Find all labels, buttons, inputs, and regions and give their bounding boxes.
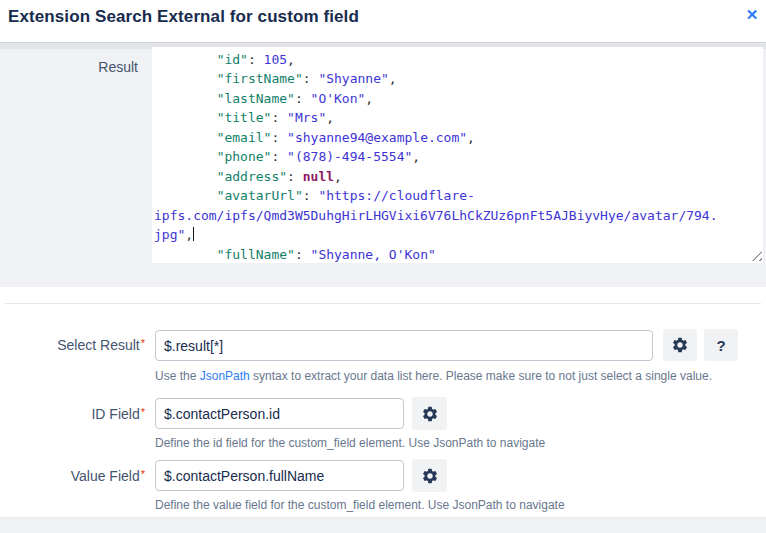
result-editor-section: Result "contactPerson": { "id": 105, "fi… bbox=[0, 49, 766, 287]
result-editor[interactable]: "contactPerson": { "id": 105, "firstName… bbox=[152, 47, 763, 263]
select-result-label: Select Result* bbox=[0, 337, 145, 353]
close-icon[interactable]: ✕ bbox=[741, 4, 763, 26]
select-result-input[interactable] bbox=[155, 330, 653, 361]
result-json-content: "contactPerson": { "id": 105, "firstName… bbox=[152, 47, 763, 263]
id-field-label: ID Field* bbox=[0, 406, 145, 422]
value-field-input[interactable] bbox=[155, 460, 404, 491]
gear-icon bbox=[421, 467, 439, 485]
select-result-helper: Use the JsonPath syntax to extract your … bbox=[155, 369, 712, 383]
id-field-input[interactable] bbox=[155, 398, 404, 429]
result-label: Result bbox=[0, 59, 138, 75]
help-button[interactable]: ? bbox=[704, 329, 738, 361]
value-field-helper: Define the value field for the custom_fi… bbox=[155, 498, 565, 512]
gear-icon bbox=[421, 405, 439, 423]
id-field-helper: Define the id field for the custom_field… bbox=[155, 436, 545, 450]
required-marker: * bbox=[141, 468, 145, 480]
extension-config-modal: Extension Search External for custom fie… bbox=[0, 0, 766, 533]
page-title: Extension Search External for custom fie… bbox=[8, 7, 359, 27]
jsonpath-link[interactable]: JsonPath bbox=[200, 369, 250, 383]
select-result-settings-button[interactable] bbox=[663, 329, 697, 361]
section-divider bbox=[5, 303, 761, 304]
id-field-settings-button[interactable] bbox=[412, 397, 447, 430]
required-marker: * bbox=[141, 406, 145, 418]
value-field-settings-button[interactable] bbox=[412, 459, 447, 492]
value-field-label: Value Field* bbox=[0, 468, 145, 484]
bottom-section-bar bbox=[0, 517, 766, 533]
gear-icon bbox=[671, 336, 689, 354]
required-marker: * bbox=[141, 337, 145, 349]
